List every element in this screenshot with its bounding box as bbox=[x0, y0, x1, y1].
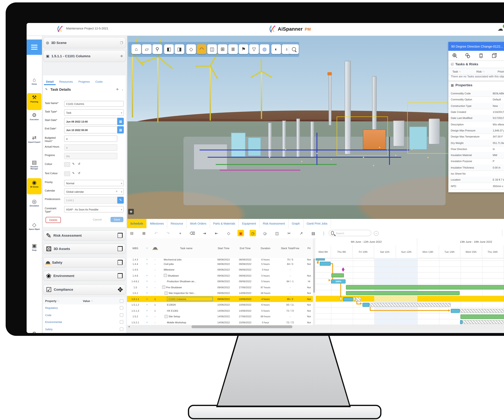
add-task-button[interactable]: + bbox=[177, 230, 183, 236]
redo-button[interactable]: ↷ bbox=[165, 230, 171, 236]
gantt-bar-1.5[interactable] bbox=[346, 285, 504, 289]
menu-button[interactable] bbox=[27, 40, 42, 55]
move-icon[interactable]: ✥ bbox=[118, 286, 123, 293]
expand-icon[interactable]: ❐ bbox=[117, 272, 123, 280]
critical-path-button[interactable]: ▣ bbox=[238, 230, 244, 236]
sidebar-item-simulation[interactable]: ◎Simulation bbox=[27, 199, 42, 207]
tab-milestones[interactable]: Milestones bbox=[147, 219, 168, 228]
tab-equipment[interactable]: Equipment bbox=[239, 219, 260, 228]
link-button[interactable] bbox=[465, 53, 471, 59]
sort-icon[interactable]: ↑↓ bbox=[91, 300, 93, 302]
text-colour-swatch[interactable] bbox=[64, 171, 70, 176]
tab-schedule[interactable]: Schedule bbox=[127, 219, 147, 228]
gantt-bar-1.5.1.1[interactable] bbox=[343, 297, 353, 301]
colour-swatch[interactable] bbox=[64, 162, 70, 167]
sort-icon[interactable]: ↑↓ bbox=[459, 70, 461, 72]
tab-resource[interactable]: Resource bbox=[168, 219, 187, 228]
hard-hat-mode-button[interactable]: ◠ bbox=[197, 44, 206, 54]
measure-button[interactable]: ▱ bbox=[142, 44, 152, 54]
display-settings-button[interactable]: ≣ bbox=[228, 44, 238, 54]
clip-button[interactable]: ◇ bbox=[186, 44, 196, 54]
move-icon[interactable]: ✥ bbox=[120, 54, 123, 58]
collapse-icon[interactable]: ✥ bbox=[116, 88, 119, 91]
collapse-group-icon[interactable]: − bbox=[164, 291, 168, 295]
gantt-bar-1.5.1[interactable] bbox=[346, 291, 460, 295]
milestone-button[interactable]: ◇ bbox=[225, 230, 232, 236]
expand-icon[interactable]: ❐ bbox=[117, 259, 123, 266]
tab-detail[interactable]: Detail bbox=[43, 78, 56, 85]
print-button[interactable]: ▤ bbox=[310, 230, 317, 236]
gantt-bar-1.4.4[interactable] bbox=[320, 262, 331, 266]
selected-task-cell[interactable]: C1101 Columns bbox=[167, 297, 213, 301]
compliance-row[interactable]: Code bbox=[43, 312, 126, 319]
sidebar-item-3d-scene[interactable]: ◉3D Scene bbox=[27, 178, 42, 194]
table-vertical-scrollbar[interactable] bbox=[313, 238, 315, 325]
cancel-button[interactable]: Cancel bbox=[90, 217, 105, 222]
collapse-all-button[interactable]: ⊟ bbox=[129, 230, 135, 236]
calendar-select[interactable]: Global calendar✕▾ bbox=[64, 188, 124, 195]
3d-viewport[interactable]: ⌂ ▱ ⚲ ◧ ◨ ◇ ◠ ◫ ⊞ ≣ ⚑ ▽ ◍ ◐ ♁ ✥ N 5 m bbox=[127, 36, 504, 219]
sidebar-item-space-mgmt[interactable]: ◇Space Mgmt bbox=[27, 222, 42, 230]
gantt-table-row[interactable]: 1.4.4+-Civil jobs08/06/202209/06/20225 h… bbox=[127, 261, 313, 267]
flag-person-button[interactable]: ⚑ bbox=[239, 44, 248, 54]
add-column-icon[interactable]: + bbox=[144, 238, 150, 258]
bar-resize-handle[interactable] bbox=[340, 297, 342, 301]
projector-button[interactable]: ⊞ bbox=[218, 44, 228, 54]
clear-icon[interactable]: ✕ bbox=[115, 190, 118, 193]
task-type-select[interactable]: Task▾ bbox=[64, 109, 124, 116]
sidebar-item-execution[interactable]: ⚙Execution bbox=[27, 113, 42, 121]
home-view-button[interactable]: ⌂ bbox=[132, 44, 141, 54]
gantt-bar-1.4.3[interactable] bbox=[316, 258, 325, 260]
collapse-group-icon[interactable]: − bbox=[164, 274, 167, 277]
delete-button[interactable]: Delete bbox=[46, 217, 61, 223]
fullscreen-button[interactable]: ✥ bbox=[128, 209, 134, 215]
bounding-box-button[interactable] bbox=[491, 53, 497, 59]
section-safety[interactable]: Safety❐ bbox=[43, 257, 126, 268]
object-panel-header[interactable]: ▣1.5.1.1 - C1101 Columns✥ bbox=[43, 50, 126, 62]
walk-mode-button[interactable]: ⚲ bbox=[152, 44, 162, 54]
tab-resources[interactable]: Resources bbox=[56, 78, 76, 85]
gantt-table-row[interactable]: 1.5.2.1+-Mobile Workshop14/06/202215/06/… bbox=[127, 319, 313, 325]
collapse-group-icon[interactable]: − bbox=[164, 315, 168, 318]
gantt-table-row[interactable]: 1.5.1+-−Site Inspection for Veri...09/06… bbox=[127, 290, 313, 296]
section-compliance[interactable]: ☑Compliance✥ bbox=[43, 284, 126, 295]
start-date-calendar-button[interactable]: ▦ bbox=[117, 118, 124, 125]
scroll-left-icon[interactable]: ◄ bbox=[128, 325, 130, 328]
chevron-up-icon[interactable]: ⌄ bbox=[121, 88, 124, 91]
cylinder-button[interactable] bbox=[478, 53, 484, 59]
object-panel-titlebar[interactable]: 90 Degree Direction Change-0122...✕ bbox=[448, 42, 504, 51]
scrollbar-thumb[interactable] bbox=[192, 325, 292, 328]
section-3d-assets[interactable]: ⚄3D Assets❐ bbox=[43, 244, 126, 254]
gantt-table-row[interactable]: 1.4.5-Milestone09/06/202209/06/20220 hou… bbox=[127, 267, 313, 273]
globe-button[interactable]: ◐ bbox=[271, 44, 281, 54]
tab-costs[interactable]: Costs bbox=[93, 78, 105, 85]
budgeted-hours-input[interactable]: 4 bbox=[64, 135, 117, 142]
bar-resize-handle[interactable] bbox=[353, 297, 355, 301]
section-environment[interactable]: ❀Environment❐ bbox=[43, 270, 126, 281]
sidebar-item-import-export[interactable]: ⇄Import Export bbox=[27, 135, 42, 143]
tab-parts-materials[interactable]: Parts & Materials bbox=[210, 219, 239, 228]
tab-gantt-print-jobs[interactable]: Gantt Print Jobs bbox=[303, 219, 331, 228]
save-button[interactable]: Save bbox=[110, 217, 123, 222]
expand-icon[interactable]: ❐ bbox=[117, 232, 123, 239]
sidebar-item-home[interactable]: ⌂Home bbox=[27, 77, 42, 85]
task-name-input[interactable]: C1101 Columns bbox=[64, 101, 124, 107]
end-date-calendar-button[interactable]: ▦ bbox=[117, 126, 124, 133]
unlink-button[interactable]: ✂ bbox=[286, 230, 292, 236]
gantt-bar-1.5.1.2[interactable] bbox=[362, 303, 369, 307]
schedule-search[interactable] bbox=[329, 230, 371, 236]
predecessors-edit-button[interactable]: ✎ bbox=[117, 197, 124, 204]
binoculars-button[interactable]: ◫ bbox=[207, 44, 217, 54]
section-plane-button[interactable]: ◨ bbox=[174, 44, 184, 54]
sidebar-item-baseline-manager[interactable]: ▤Baseline Manager bbox=[27, 160, 42, 170]
outdent-button[interactable]: ⇤ bbox=[213, 230, 220, 236]
pencil-icon[interactable]: ✎ bbox=[72, 162, 75, 166]
section-risk-assessment[interactable]: ✎Risk Assessment❐ bbox=[43, 230, 126, 241]
expand-icon[interactable]: ❐ bbox=[117, 245, 123, 252]
tab-graph[interactable]: Graph bbox=[288, 219, 303, 228]
shield-view-button[interactable]: ▽ bbox=[249, 44, 259, 54]
compliance-row[interactable]: Risk bbox=[43, 333, 126, 333]
sidebar-item-snap[interactable]: ▣Snap bbox=[27, 243, 42, 251]
compliance-row[interactable]: Environmental bbox=[43, 318, 126, 326]
priority-select[interactable]: Normal▾ bbox=[64, 180, 124, 186]
